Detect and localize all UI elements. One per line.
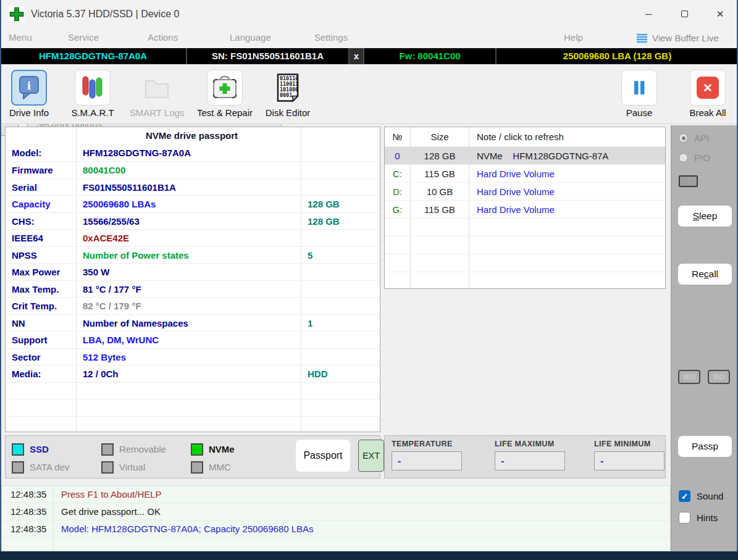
passport-value: 80041C00 [77, 162, 301, 178]
passp-button[interactable]: Passp [678, 436, 732, 457]
legend-swatch [191, 461, 203, 474]
menu-item-language[interactable]: Language [230, 28, 271, 48]
legend-item: SSD [12, 440, 101, 458]
drive-info-button[interactable]: i Drive Info [4, 70, 54, 118]
passport-value: 81 °C / 177 °F [77, 281, 301, 298]
smart-logs-button[interactable]: SMART Logs [126, 70, 188, 118]
passport-label [6, 417, 77, 433]
col-note: Note / click to refresh [469, 127, 665, 146]
view-buffer-live[interactable]: View Buffer Live [636, 28, 719, 48]
test-repair-button[interactable]: Test & Repair [193, 70, 257, 118]
sound-option[interactable]: ✓ Sound [679, 490, 723, 502]
passport-row [6, 399, 380, 416]
smart-button[interactable]: S.M.A.R.T [64, 70, 121, 118]
passport-extra: HDD [301, 366, 380, 382]
passport-extra [301, 281, 380, 298]
drive-row[interactable] [385, 254, 665, 272]
passport-extra: 128 GB [301, 213, 380, 230]
passport-extra: 128 GB [301, 196, 380, 212]
menu-item-settings[interactable]: Settings [314, 28, 348, 48]
gauge-value: - [392, 451, 462, 470]
legend-label: NVMe [209, 444, 235, 454]
log-panel: 12:48:35Press F1 to About/HELP12:48:35Ge… [1, 485, 671, 551]
passport-row: Max Power350 W [6, 263, 380, 280]
menu-item-help[interactable]: Help [564, 28, 583, 48]
menu-item-menu[interactable]: Menu [9, 28, 32, 48]
recall-button[interactable]: Recall [678, 264, 732, 285]
passport-value [77, 399, 301, 416]
log-message [54, 538, 670, 551]
passport-label: Capacity [6, 196, 77, 212]
drive-list-header: № Size Note / click to refresh [385, 127, 665, 146]
passport-value: 250069680 LBAs [77, 196, 301, 212]
rd-button[interactable]: RD [708, 370, 730, 384]
passport-row: Max Temp.81 °C / 177 °F [6, 280, 380, 298]
pio-radio[interactable] [679, 153, 688, 162]
log-time: 12:48:35 [2, 520, 54, 537]
drive-size: 115 GB [411, 201, 469, 218]
device-capacity: 250069680 LBA (128 GB) [497, 48, 738, 64]
passport-label [6, 383, 77, 399]
log-time: 12:48:35 [2, 486, 54, 503]
log-message: Get drive passport... OK [54, 503, 670, 520]
log-row: 12:48:35Get drive passport... OK [2, 503, 670, 520]
api-radio-row[interactable]: API [679, 133, 709, 143]
break-all-button[interactable]: ✕ Break All [681, 70, 734, 118]
wr-button[interactable]: WR [678, 370, 700, 384]
drive-letter: 0 [385, 147, 411, 164]
menu-item-actions[interactable]: Actions [148, 28, 178, 48]
maximize-button[interactable] [666, 0, 702, 28]
passport-label: IEEE64 [6, 230, 77, 246]
legend-grid: SSDRemovableNVMeSATA devVirtualMMC [12, 440, 280, 476]
drive-row[interactable]: 0128 GBNVMe HFM128GDGTNG-87A [385, 146, 665, 164]
drive-size: 128 GB [411, 147, 469, 164]
drive-letter: G: [385, 201, 411, 218]
minimize-button[interactable]: ─ [631, 0, 666, 28]
hints-option[interactable]: Hints [679, 512, 718, 524]
pause-button[interactable]: Pause [614, 70, 664, 118]
hints-checkbox[interactable] [679, 512, 690, 524]
passport-label: Max Power [6, 264, 77, 280]
list-icon [636, 33, 648, 43]
passport-extra [301, 349, 380, 366]
gauge: LIFE MINIMUM- [594, 440, 665, 470]
passport-extra: 5 [301, 247, 380, 264]
log-message: Press F1 to About/HELP [54, 486, 670, 503]
passport-label [6, 399, 77, 416]
pause-icon [627, 75, 652, 100]
break-x-icon: ✕ [697, 77, 719, 99]
menu-item-service[interactable]: Service [68, 28, 99, 48]
col-number: № [385, 127, 411, 146]
drive-row[interactable] [385, 272, 665, 289]
disk-editor-button[interactable]: 010110 110011 101000 0001 Disk Editor [258, 70, 317, 118]
drive-row[interactable]: D:10 GBHard Drive Volume [385, 182, 665, 200]
legend-swatch [101, 443, 114, 456]
close-button[interactable]: ✕ [702, 0, 738, 28]
passport-value: Number of Namespaces [77, 315, 301, 332]
sound-checkbox[interactable]: ✓ [679, 490, 690, 502]
drive-size [411, 254, 469, 272]
drive-size [411, 219, 469, 236]
drive-row[interactable]: C:115 GBHard Drive Volume [385, 164, 665, 182]
passport-value: 0xACE42E [77, 230, 301, 246]
passport-label: Crit Temp. [6, 298, 77, 314]
legend-swatch [12, 443, 24, 456]
log-row [2, 538, 670, 551]
passport-extra [301, 264, 380, 280]
device-close-button[interactable]: x [350, 48, 364, 64]
api-radio[interactable] [679, 133, 688, 143]
pio-radio-row[interactable]: PIO [679, 153, 710, 163]
drive-size [411, 236, 469, 254]
drive-row[interactable] [385, 236, 665, 254]
ext-button[interactable]: EXT [358, 440, 384, 472]
drive-note [469, 236, 665, 254]
drive-note [469, 254, 665, 272]
passport-refresh-button[interactable]: Passport [296, 440, 350, 472]
drive-row[interactable] [385, 218, 665, 236]
drive-row[interactable]: G:115 GBHard Drive Volume [385, 200, 665, 218]
drive-size: 115 GB [411, 165, 469, 182]
passport-label: Firmware [6, 162, 77, 178]
drive-letter [385, 219, 411, 236]
passport-label: Media: [6, 366, 77, 382]
sleep-button[interactable]: Sleep [678, 206, 732, 227]
